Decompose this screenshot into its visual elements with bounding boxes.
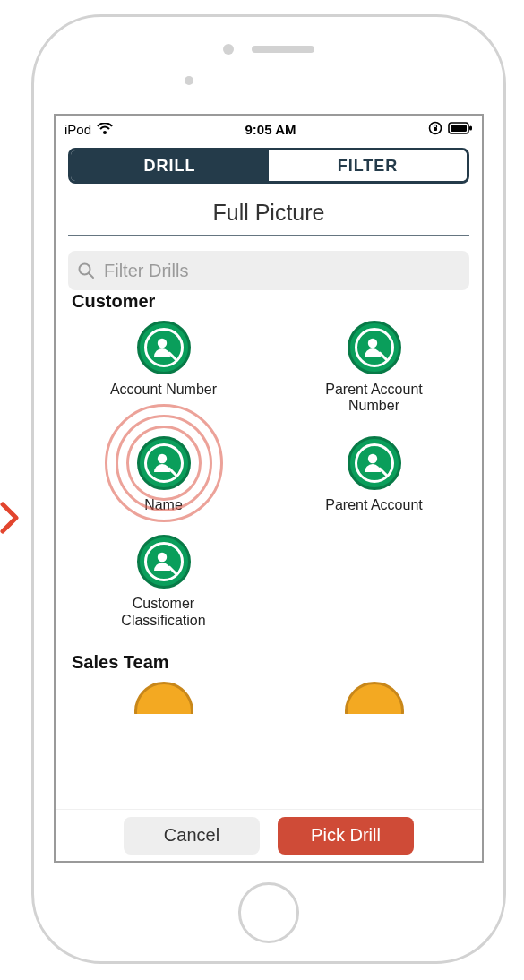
svg-line-17 <box>169 567 176 573</box>
section-header-customer: Customer <box>72 291 466 312</box>
drill-item-sales-team-2[interactable] <box>282 682 466 714</box>
svg-line-9 <box>169 353 176 359</box>
svg-point-16 <box>157 553 166 562</box>
clock: 9:05 AM <box>245 122 296 137</box>
drill-item-label: Parent Account <box>325 497 423 513</box>
sales-person-icon <box>343 682 406 714</box>
svg-point-0 <box>103 131 107 134</box>
orientation-lock-icon <box>428 121 442 138</box>
title-divider <box>68 235 469 236</box>
next-step-chevron-icon[interactable] <box>0 502 20 534</box>
drill-item-customer-classification[interactable]: Customer Classification <box>72 535 255 629</box>
person-magnifier-icon <box>137 436 191 490</box>
svg-line-13 <box>169 469 176 475</box>
drill-item-label: Customer Classification <box>97 596 231 629</box>
screen: iPod 9:05 AM <box>54 114 484 863</box>
person-magnifier-icon <box>348 436 401 490</box>
sales-person-icon <box>133 682 195 714</box>
device-label: iPod <box>64 122 91 137</box>
svg-point-14 <box>367 454 376 463</box>
pick-drill-button[interactable]: Pick Drill <box>278 817 414 855</box>
svg-point-10 <box>367 339 376 348</box>
home-button[interactable] <box>238 882 299 943</box>
battery-icon <box>448 122 473 137</box>
drill-item-label: Name <box>144 497 183 513</box>
drill-item-sales-team-1[interactable] <box>72 682 255 714</box>
tab-drill[interactable]: DRILL <box>71 150 269 181</box>
drill-item-label: Account Number <box>110 382 217 398</box>
drill-item-name[interactable]: Name <box>72 436 255 513</box>
svg-line-15 <box>380 469 386 475</box>
drill-item-label: Parent Account Number <box>307 382 442 415</box>
person-magnifier-icon <box>348 321 401 374</box>
svg-rect-4 <box>451 125 467 132</box>
iphone-frame: iPod 9:05 AM <box>31 14 506 964</box>
drill-filter-segmented: DRILL FILTER <box>68 148 469 184</box>
section-header-sales-team: Sales Team <box>72 652 466 673</box>
phone-top-sensors <box>34 44 503 55</box>
status-bar: iPod 9:05 AM <box>56 116 482 142</box>
svg-point-6 <box>80 264 90 275</box>
svg-line-7 <box>90 274 94 279</box>
customer-grid: Account Number Parent Account Number <box>68 321 469 647</box>
search-icon <box>77 262 95 279</box>
person-magnifier-icon <box>137 321 191 374</box>
svg-line-11 <box>380 353 386 359</box>
drill-list[interactable]: Customer Account Number <box>56 286 482 809</box>
drill-item-parent-account-number[interactable]: Parent Account Number <box>282 321 466 415</box>
drill-item-account-number[interactable]: Account Number <box>72 321 255 415</box>
svg-point-8 <box>157 339 166 348</box>
tab-filter[interactable]: FILTER <box>269 150 467 181</box>
wifi-icon <box>97 122 113 137</box>
drill-item-parent-account[interactable]: Parent Account <box>282 436 466 513</box>
cancel-button[interactable]: Cancel <box>124 817 260 855</box>
person-magnifier-icon <box>137 535 191 589</box>
footer-actions: Cancel Pick Drill <box>56 809 482 861</box>
page-title: Full Picture <box>56 196 482 235</box>
search-bar[interactable] <box>68 251 469 290</box>
svg-rect-5 <box>469 125 472 130</box>
svg-point-12 <box>157 454 166 463</box>
sales-team-grid <box>68 682 469 732</box>
svg-rect-2 <box>434 127 437 131</box>
search-input[interactable] <box>102 260 460 282</box>
